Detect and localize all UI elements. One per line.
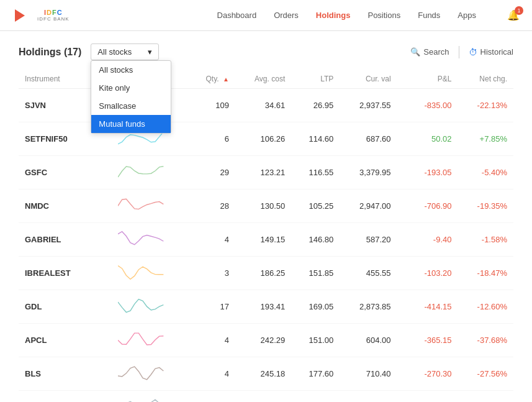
historical-label: Historical — [480, 47, 513, 57]
sparkline-icon — [118, 162, 168, 181]
cell-avg-cost: 34.61 — [235, 89, 291, 122]
filter-option-mutual-funds[interactable]: Mutual funds — [91, 115, 171, 133]
search-button[interactable]: 🔍 Search — [410, 47, 449, 57]
svg-marker-0 — [15, 9, 25, 22]
table-row: GDL 17 193.41 169.05 2,873.85 -414.15 -1… — [19, 290, 513, 324]
cell-cur-val: 3,379.95 — [340, 156, 397, 190]
cell-avg-cost: 106.26 — [235, 122, 291, 156]
cell-cur-val: 861.80 — [340, 391, 397, 403]
cell-qty: 29 — [189, 156, 235, 190]
filter-label: All stocks — [97, 47, 132, 57]
search-label: Search — [423, 47, 449, 57]
col-cur-val: Cur. val — [340, 70, 397, 89]
logo-area: IDFC IDFC BANK — [12, 6, 70, 25]
holdings-title: Holdings (17) — [19, 47, 81, 58]
cell-net-chg: -22.13% — [458, 89, 514, 122]
cell-cur-val: 604.00 — [340, 324, 397, 357]
cell-avg-cost: 186.25 — [235, 257, 291, 290]
sparkline-icon — [118, 363, 168, 382]
nav-funds[interactable]: Funds — [418, 11, 440, 20]
cell-ltp: 151.85 — [291, 257, 340, 290]
cell-avg-cost: 149.15 — [235, 223, 291, 257]
cell-ltp: 105.25 — [291, 190, 340, 223]
nav-apps[interactable]: Apps — [458, 11, 476, 20]
cell-avg-cost: 130.50 — [235, 190, 291, 223]
cell-avg-cost: 193.41 — [235, 290, 291, 324]
cell-sparkline — [112, 190, 189, 223]
filter-option-smallcase[interactable]: Smallcase — [91, 97, 171, 115]
cell-qty: 4 — [189, 391, 235, 403]
nav-positions[interactable]: Positions — [367, 11, 400, 20]
col-qty[interactable]: Qty. ▲ — [189, 70, 235, 89]
cell-cur-val: 2,937.55 — [340, 89, 397, 122]
cell-ltp: 151.00 — [291, 324, 340, 357]
table-row: BLS 4 245.18 177.60 710.40 -270.30 -27.5… — [19, 357, 513, 391]
cell-pnl: -287.40 — [397, 391, 458, 403]
cell-ltp: 114.60 — [291, 122, 340, 156]
cell-sparkline — [112, 357, 189, 391]
holdings-header: Holdings (17) All stocks ▾ All stocks Ki… — [19, 43, 513, 60]
cell-instrument: GDL — [19, 290, 112, 324]
cell-sparkline — [112, 290, 189, 324]
cell-qty: 4 — [189, 223, 235, 257]
nav-dashboard[interactable]: Dashboard — [217, 11, 257, 20]
col-ltp: LTP — [291, 70, 340, 89]
cell-qty: 4 — [189, 324, 235, 357]
cell-qty: 4 — [189, 357, 235, 391]
filter-dropdown-menu: All stocks Kite only Smallcase Mutual fu… — [91, 60, 171, 134]
cell-qty: 109 — [189, 89, 235, 122]
table-row: APCL 4 242.29 151.00 604.00 -365.15 -37.… — [19, 324, 513, 357]
divider — [459, 46, 459, 58]
cell-instrument: GSFC — [19, 156, 112, 190]
cell-instrument: BLS — [19, 357, 112, 391]
cell-net-chg: +7.85% — [458, 122, 514, 156]
search-icon: 🔍 — [410, 47, 420, 57]
notification-badge: 1 — [515, 6, 523, 15]
cell-cur-val: 2,947.00 — [340, 190, 397, 223]
cell-cur-val: 455.55 — [340, 257, 397, 290]
cell-sparkline — [112, 257, 189, 290]
sparkline-icon — [118, 263, 168, 281]
cell-instrument: MUNJALSHOW — [19, 391, 112, 403]
cell-net-chg: -37.68% — [458, 324, 514, 357]
table-row: GSFC 29 123.21 116.55 3,379.95 -193.05 -… — [19, 156, 513, 190]
notifications-button[interactable]: 🔔 1 — [507, 9, 520, 21]
cell-instrument: APCL — [19, 324, 112, 357]
cell-net-chg: -12.60% — [458, 290, 514, 324]
cell-pnl: -193.05 — [397, 156, 458, 190]
nav-orders[interactable]: Orders — [274, 11, 299, 20]
cell-qty: 28 — [189, 190, 235, 223]
nav-holdings[interactable]: Holdings — [316, 11, 351, 20]
cell-sparkline — [112, 156, 189, 190]
col-qty-label: Qty. — [206, 75, 219, 83]
sparkline-icon — [118, 229, 168, 248]
chevron-down-icon: ▾ — [148, 47, 152, 57]
cell-qty: 6 — [189, 122, 235, 156]
sparkline-icon — [118, 296, 168, 315]
sparkline-icon — [118, 196, 168, 214]
cell-cur-val: 587.20 — [340, 223, 397, 257]
cell-cur-val: 710.40 — [340, 357, 397, 391]
cell-avg-cost: 242.29 — [235, 324, 291, 357]
sparkline-icon — [118, 330, 168, 349]
cell-ltp: 116.55 — [291, 156, 340, 190]
cell-pnl: -835.00 — [397, 89, 458, 122]
cell-instrument: IBREALEST — [19, 257, 112, 290]
filter-option-kite-only[interactable]: Kite only — [91, 79, 171, 97]
col-avg-cost: Avg. cost — [235, 70, 291, 89]
header-right: 🔍 Search ⏱ Historical — [410, 46, 513, 58]
table-row: NMDC 28 130.50 105.25 2,947.00 -706.90 -… — [19, 190, 513, 223]
cell-instrument: NMDC — [19, 190, 112, 223]
cell-ltp: 177.60 — [291, 357, 340, 391]
col-net-chg: Net chg. — [458, 70, 514, 89]
cell-ltp: 146.80 — [291, 223, 340, 257]
historical-button[interactable]: ⏱ Historical — [469, 47, 513, 57]
cell-avg-cost: 123.21 — [235, 156, 291, 190]
sort-icon: ▲ — [223, 76, 229, 83]
filter-option-all-stocks[interactable]: All stocks — [91, 61, 171, 79]
filter-dropdown-button[interactable]: All stocks ▾ — [91, 43, 159, 60]
cell-sparkline — [112, 223, 189, 257]
idfc-logo: IDFC IDFC BANK — [37, 9, 70, 22]
cell-ltp: 169.05 — [291, 290, 340, 324]
cell-qty: 17 — [189, 290, 235, 324]
